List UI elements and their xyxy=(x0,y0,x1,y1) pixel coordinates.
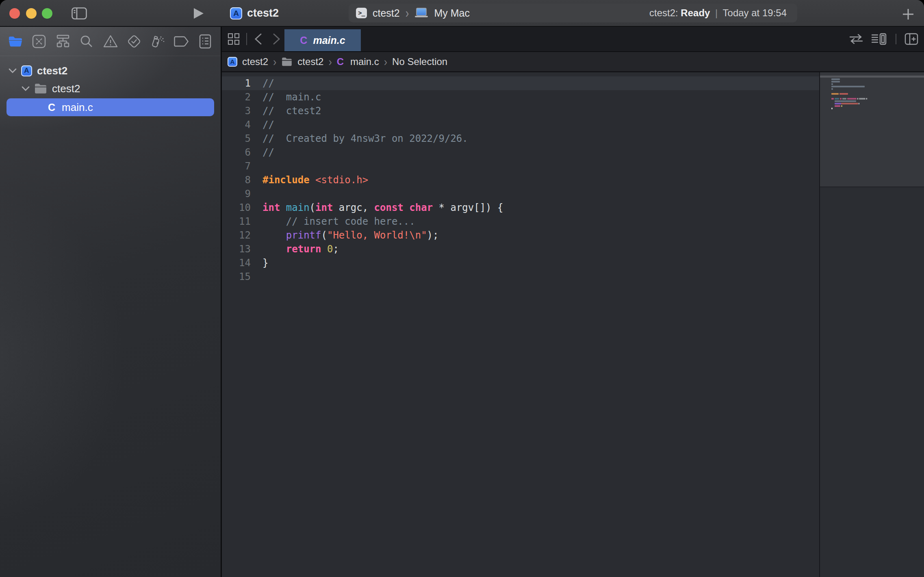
terminal-scheme-icon: >_ xyxy=(356,8,367,18)
scheme-destination[interactable]: My Mac xyxy=(434,7,470,19)
jumpbar-file[interactable]: main.c xyxy=(350,56,379,67)
back-button-icon[interactable] xyxy=(254,33,262,45)
code-pane[interactable]: 1//2// main.c3// ctest24//5// Created by… xyxy=(222,76,503,284)
editor-area: C main.c xyxy=(222,27,924,577)
line-number[interactable]: 8 xyxy=(222,174,251,186)
code-line[interactable]: 2// main.c xyxy=(222,90,503,104)
forward-button-icon[interactable] xyxy=(272,33,281,45)
tree-label[interactable]: main.c xyxy=(62,101,93,114)
minimap-bar xyxy=(866,98,867,100)
minimap-bar xyxy=(831,88,833,90)
code-line[interactable]: 6// xyxy=(222,145,503,159)
tree-row-project[interactable]: A ctest2 xyxy=(0,62,221,80)
tab-label[interactable]: main.c xyxy=(313,35,345,46)
tab-main-c[interactable]: C main.c xyxy=(284,29,361,51)
code-line[interactable]: 5// Created by 4nsw3r on 2022/9/26. xyxy=(222,132,503,145)
code-text: printf("Hello, World!\n"); xyxy=(251,230,439,241)
minimap[interactable] xyxy=(820,72,924,187)
minimap-bar xyxy=(835,103,841,104)
code-line[interactable]: 9 xyxy=(222,187,503,201)
chevron-down-icon[interactable] xyxy=(8,68,17,74)
minimap-bar xyxy=(831,93,839,95)
project-navigator-icon[interactable] xyxy=(7,33,24,50)
line-number[interactable]: 5 xyxy=(222,133,251,144)
jumpbar-group[interactable]: ctest2 xyxy=(297,56,323,67)
run-button[interactable] xyxy=(193,8,204,19)
code-line[interactable]: 11 // insert code here... xyxy=(222,215,503,228)
code-line[interactable]: 12 printf("Hello, World!\n"); xyxy=(222,228,503,242)
line-number[interactable]: 11 xyxy=(222,216,251,227)
laptop-icon xyxy=(414,8,428,18)
reports-icon[interactable] xyxy=(196,33,214,50)
code-text: // xyxy=(251,78,274,89)
project-tree: A ctest2 ctest2 C main.c xyxy=(0,56,221,116)
code-line[interactable]: 14} xyxy=(222,256,503,270)
minimap-bar xyxy=(847,98,857,100)
line-number[interactable]: 14 xyxy=(222,257,251,269)
minimap-bar xyxy=(841,103,858,104)
debug-icon[interactable] xyxy=(149,33,167,50)
symbols-icon[interactable] xyxy=(54,33,72,50)
line-number[interactable]: 1 xyxy=(222,78,251,89)
issues-icon[interactable] xyxy=(102,33,119,50)
search-icon[interactable] xyxy=(78,33,95,50)
divider xyxy=(246,33,247,45)
jumpbar-project[interactable]: ctest2 xyxy=(242,56,268,67)
source-editor[interactable]: 1//2// main.c3// ctest24//5// Created by… xyxy=(222,72,924,577)
line-number[interactable]: 13 xyxy=(222,243,251,255)
jump-bar: A ctest2 › ctest2 › C main.c › No Select… xyxy=(222,52,924,72)
code-line[interactable]: 13 return 0; xyxy=(222,242,503,256)
code-text: // xyxy=(251,119,274,130)
editor-options-icon[interactable] xyxy=(871,33,887,45)
status-state: Ready xyxy=(681,7,710,18)
scheme-target[interactable]: ctest2 xyxy=(373,7,400,19)
code-line[interactable]: 10int main(int argc, const char * argv[]… xyxy=(222,201,503,215)
navigator-tab-bar xyxy=(0,27,221,56)
minimap-bar xyxy=(831,81,840,82)
tests-icon[interactable] xyxy=(125,33,143,50)
code-line[interactable]: 3// ctest2 xyxy=(222,104,503,118)
tree-row-file-selected[interactable]: C main.c xyxy=(7,98,214,116)
code-line[interactable]: 15 xyxy=(222,270,503,284)
code-line[interactable]: 7 xyxy=(222,159,503,173)
line-number[interactable]: 2 xyxy=(222,91,251,103)
scheme-activity-bar[interactable]: >_ ctest2 › My Mac ctest2: Ready | T xyxy=(349,4,797,22)
jumpbar-selection[interactable]: No Selection xyxy=(392,56,447,67)
line-number[interactable]: 15 xyxy=(222,271,251,282)
tree-row-group[interactable]: ctest2 xyxy=(0,80,221,98)
toolbar: A ctest2 >_ ctest2 › My Mac xyxy=(0,0,924,27)
line-number[interactable]: 6 xyxy=(222,147,251,158)
source-control-icon[interactable] xyxy=(30,33,48,50)
minimap-empty-area xyxy=(820,187,924,577)
chevron-down-icon[interactable] xyxy=(21,86,30,91)
zoom-window-button[interactable] xyxy=(42,8,52,19)
code-text: } xyxy=(251,257,268,269)
code-line[interactable]: 4// xyxy=(222,118,503,132)
sidebar-split-divider[interactable] xyxy=(221,27,222,577)
breakpoints-icon[interactable] xyxy=(173,33,191,50)
code-text: // insert code here... xyxy=(251,216,415,227)
scheme-selector[interactable]: >_ ctest2 › My Mac xyxy=(349,7,649,20)
status-time: Today at 19:54 xyxy=(723,7,787,18)
line-number[interactable]: 4 xyxy=(222,119,251,130)
tree-label[interactable]: ctest2 xyxy=(52,82,80,95)
xcode-project-icon: A xyxy=(230,7,242,20)
code-line[interactable]: 8#include <stdio.h> xyxy=(222,173,503,187)
code-line[interactable]: 1// xyxy=(222,76,503,90)
minimap-bar xyxy=(839,93,848,95)
divider xyxy=(896,34,896,44)
tree-label[interactable]: ctest2 xyxy=(37,65,67,77)
close-window-button[interactable] xyxy=(9,8,20,19)
add-editor-icon[interactable] xyxy=(904,33,918,45)
line-number[interactable]: 12 xyxy=(222,230,251,241)
line-number[interactable]: 3 xyxy=(222,105,251,117)
line-number[interactable]: 9 xyxy=(222,188,251,200)
chevron-separator: › xyxy=(406,5,409,21)
code-review-icon[interactable] xyxy=(849,33,863,45)
related-items-icon[interactable] xyxy=(228,33,240,45)
line-number[interactable]: 10 xyxy=(222,202,251,213)
minimize-window-button[interactable] xyxy=(26,8,37,19)
sidebar-toggle-icon[interactable] xyxy=(72,7,87,20)
line-number[interactable]: 7 xyxy=(222,161,251,172)
library-add-button[interactable] xyxy=(902,8,914,20)
